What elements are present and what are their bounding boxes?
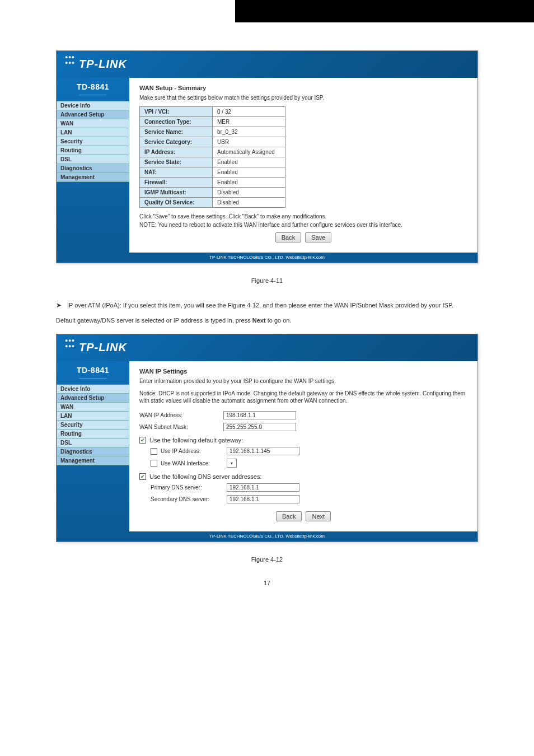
default-gateway-label: Use the following default gateway: xyxy=(149,437,243,444)
row-qos-v: Disabled xyxy=(213,198,285,208)
row-svc-k: Service Name: xyxy=(140,127,213,137)
brand-dots-2: ● ● ●● ● ● xyxy=(65,338,74,349)
secondary-dns-label: Secondary DNS server: xyxy=(151,496,227,502)
figure-caption-2: Figure 4-12 xyxy=(56,556,478,563)
row-cat-v: UBR xyxy=(213,137,285,147)
footer-bar-2: TP-LINK TECHNOLOGIES CO., LTD. Website:t… xyxy=(57,531,477,542)
nav2-security[interactable]: Security xyxy=(57,421,129,430)
wan-mask-label: WAN Subnet Mask: xyxy=(139,424,223,430)
screenshot-wan-ip-settings: ● ● ●● ● ● TP-LINK TD-8841 Device Info A… xyxy=(56,334,478,542)
body-text-next: Next xyxy=(252,317,266,324)
section-title-2: WAN IP Settings xyxy=(139,368,467,375)
main-panel: WAN Setup - Summary Make sure that the s… xyxy=(129,78,477,253)
nav-device-info[interactable]: Device Info xyxy=(57,101,129,110)
row-fw-k: Firewall: xyxy=(140,178,213,188)
primary-dns-input[interactable]: 192.168.1.1 xyxy=(227,483,299,492)
row-fw-v: Enabled xyxy=(213,178,285,188)
row-cat-k: Service Category: xyxy=(140,137,213,147)
wan-mask-input[interactable]: 255.255.255.0 xyxy=(223,423,296,431)
row-ip-k: IP Address: xyxy=(140,147,213,157)
nav-wan[interactable]: WAN xyxy=(57,119,129,128)
row-ip-v: Automatically Assigned xyxy=(213,147,285,157)
row-conn-v: MER xyxy=(213,117,285,127)
nav-lan[interactable]: LAN xyxy=(57,128,129,137)
section-title: WAN Setup - Summary xyxy=(139,85,467,91)
summary-table: VPI / VCI:0 / 32 Connection Type:MER Ser… xyxy=(139,106,285,208)
nav-routing[interactable]: Routing xyxy=(57,146,129,155)
back-button[interactable]: Back xyxy=(275,232,301,242)
row-state-k: Service State: xyxy=(140,157,213,167)
figure-caption-1: Figure 4-11 xyxy=(56,277,478,284)
row-igmp-k: IGMP Multicast: xyxy=(140,188,213,198)
main-panel-2: WAN IP Settings Enter information provid… xyxy=(129,361,477,531)
primary-dns-label: Primary DNS server: xyxy=(151,484,227,491)
brand-logo: TP-LINK xyxy=(79,58,127,71)
use-wan-label: Use WAN Interface: xyxy=(161,460,227,466)
use-ip-label: Use IP Address: xyxy=(161,448,227,454)
row-vpi-v: 0 / 32 xyxy=(213,107,285,117)
nav-management[interactable]: Management xyxy=(57,173,129,182)
nav2-device-info[interactable]: Device Info xyxy=(57,385,129,394)
section-subtitle: Make sure that the settings below match … xyxy=(139,95,467,101)
row-state-v: Enabled xyxy=(213,157,285,167)
body-text-1: Default gateway/DNS server is selected o… xyxy=(56,317,251,324)
nav-security[interactable]: Security xyxy=(57,137,129,146)
nav2-lan[interactable]: LAN xyxy=(57,412,129,421)
default-gateway-checkbox[interactable] xyxy=(139,437,146,444)
brand-logo-2: TP-LINK xyxy=(79,341,127,354)
row-vpi-k: VPI / VCI: xyxy=(140,107,213,117)
use-wan-checkbox[interactable] xyxy=(151,460,157,466)
wan-ip-input[interactable]: 198.168.1.1 xyxy=(223,411,296,419)
wan-ip-label: WAN IP Address: xyxy=(139,412,223,418)
row-nat-k: NAT: xyxy=(140,167,213,178)
page-number: 17 xyxy=(56,580,478,586)
back-button-2[interactable]: Back xyxy=(276,511,302,521)
brand-dots: ● ● ●● ● ● xyxy=(65,54,74,66)
use-ip-checkbox[interactable] xyxy=(151,448,157,455)
nav2-diagnostics[interactable]: Diagnostics xyxy=(57,447,129,456)
next-button[interactable]: Next xyxy=(306,511,331,521)
nav-diagnostics[interactable]: Diagnostics xyxy=(57,164,129,173)
row-svc-v: br_0_32 xyxy=(213,127,285,137)
router-header-2: ● ● ●● ● ● TP-LINK xyxy=(57,334,477,361)
row-conn-k: Connection Type: xyxy=(140,117,213,127)
sidebar: TD-8841 Device Info Advanced Setup WAN L… xyxy=(57,78,129,253)
nav2-advanced-setup[interactable]: Advanced Setup xyxy=(57,394,129,403)
use-wan-select[interactable]: ▾ xyxy=(227,459,237,468)
body-text-2: to go on. xyxy=(268,317,292,324)
nav2-dsl[interactable]: DSL xyxy=(57,438,129,447)
bullet-arrow-icon: ➤ xyxy=(56,301,67,310)
model-label: TD-8841 xyxy=(57,78,129,101)
notice-text: Notice: DHCP is not supported in IPoA mo… xyxy=(139,390,467,404)
nav2-management[interactable]: Management xyxy=(57,456,129,465)
footer-bar: TP-LINK TECHNOLOGIES CO., LTD. Website:t… xyxy=(57,253,477,263)
nav2-wan[interactable]: WAN xyxy=(57,403,129,412)
use-ip-input[interactable]: 192.168.1.1.145 xyxy=(227,447,299,455)
instruction-note: NOTE: You need to reboot to activate thi… xyxy=(139,222,467,228)
dns-checkbox[interactable] xyxy=(139,473,146,480)
section-subtitle-2: Enter information provided to you by you… xyxy=(139,378,467,384)
dns-label: Use the following DNS server addresses: xyxy=(149,473,262,480)
nav-dsl[interactable]: DSL xyxy=(57,155,129,164)
row-qos-k: Quality Of Service: xyxy=(140,198,213,208)
screenshot-wan-summary: ● ● ●● ● ● TP-LINK TD-8841 Device Info A… xyxy=(56,50,478,263)
model-label-2: TD-8841 xyxy=(57,361,129,385)
secondary-dns-input[interactable]: 192.168.1.1 xyxy=(227,495,299,503)
row-igmp-v: Disabled xyxy=(213,188,285,198)
instruction-save: Click "Save" to save these settings. Cli… xyxy=(139,213,467,220)
router-header: ● ● ●● ● ● TP-LINK xyxy=(57,51,477,78)
row-nat-v: Enabled xyxy=(213,167,285,178)
nav-advanced-setup[interactable]: Advanced Setup xyxy=(57,110,129,119)
sidebar-2: TD-8841 Device Info Advanced Setup WAN L… xyxy=(57,361,129,531)
nav2-routing[interactable]: Routing xyxy=(57,430,129,438)
save-button[interactable]: Save xyxy=(305,232,331,242)
bullet-text: IP over ATM (IPoA): If you select this i… xyxy=(67,302,453,309)
